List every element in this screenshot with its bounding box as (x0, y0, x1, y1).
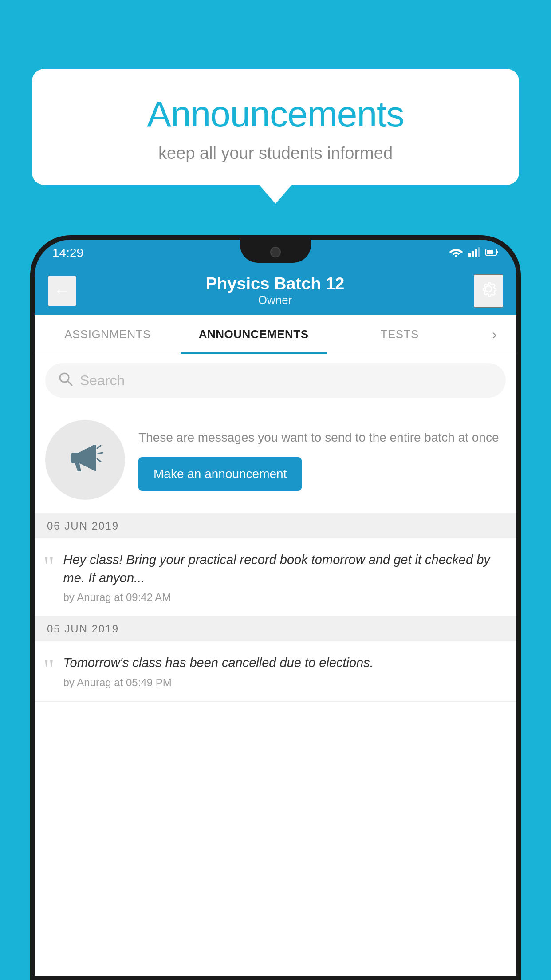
svg-rect-2 (472, 251, 474, 257)
empty-state: These are messages you want to send to t… (35, 407, 516, 514)
speech-bubble-container: Announcements keep all your students inf… (32, 69, 519, 185)
search-bar[interactable]: Search (45, 363, 506, 398)
bubble-subtitle: keep all your students informed (59, 144, 492, 163)
quote-icon-2: " (43, 656, 55, 682)
announcement-item-2[interactable]: " Tomorrow's class has been cancelled du… (35, 641, 516, 702)
app-bar-subtitle: Owner (76, 293, 474, 307)
make-announcement-button[interactable]: Make an announcement (138, 457, 302, 491)
tab-assignments[interactable]: ASSIGNMENTS (35, 315, 181, 354)
tab-bar: ASSIGNMENTS ANNOUNCEMENTS TESTS › (35, 315, 516, 354)
app-bar: ← Physics Batch 12 Owner (35, 266, 516, 315)
app-bar-center: Physics Batch 12 Owner (76, 274, 474, 307)
announcement-meta-2: by Anurag at 05:49 PM (63, 676, 504, 689)
announcement-text-2: Tomorrow's class has been cancelled due … (63, 654, 504, 672)
wifi-icon (449, 247, 463, 259)
svg-rect-1 (468, 253, 471, 257)
front-camera (270, 247, 281, 257)
bubble-title: Announcements (59, 93, 492, 135)
announcement-meta-1: by Anurag at 09:42 AM (63, 591, 504, 604)
tab-more[interactable]: › (472, 315, 516, 354)
date-separator-1: 06 JUN 2019 (35, 514, 516, 538)
signal-icon (468, 247, 480, 259)
svg-rect-7 (487, 250, 493, 254)
svg-rect-3 (475, 249, 477, 257)
search-placeholder: Search (80, 372, 125, 389)
status-icons (449, 247, 499, 259)
announcement-text-1: Hey class! Bring your practical record b… (63, 551, 504, 587)
settings-button[interactable] (474, 274, 503, 308)
megaphone-icon (65, 436, 105, 484)
announcement-item-1[interactable]: " Hey class! Bring your practical record… (35, 538, 516, 616)
phone-notch (240, 240, 311, 263)
search-container: Search (35, 354, 516, 407)
search-icon (58, 371, 73, 390)
battery-icon (485, 248, 499, 258)
content-area: Search These are message (35, 354, 516, 976)
empty-state-text: These are messages you want to send to t… (138, 429, 506, 490)
tab-tests[interactable]: TESTS (327, 315, 472, 354)
status-time: 14:29 (52, 246, 83, 260)
svg-line-9 (67, 381, 72, 385)
svg-line-11 (98, 453, 102, 454)
phone-frame: 14:29 (30, 235, 521, 980)
phone-inner: 14:29 (35, 240, 516, 976)
quote-icon-1: " (43, 553, 55, 579)
announcement-content-2: Tomorrow's class has been cancelled due … (63, 654, 504, 689)
announcement-content-1: Hey class! Bring your practical record b… (63, 551, 504, 604)
app-bar-title: Physics Batch 12 (76, 274, 474, 293)
speech-bubble: Announcements keep all your students inf… (32, 69, 519, 185)
date-separator-2: 05 JUN 2019 (35, 616, 516, 641)
empty-state-description: These are messages you want to send to t… (138, 429, 506, 446)
announcement-icon-circle (45, 420, 125, 500)
tab-announcements[interactable]: ANNOUNCEMENTS (181, 315, 327, 354)
svg-line-12 (97, 459, 101, 462)
svg-point-0 (455, 255, 457, 257)
svg-line-10 (97, 446, 101, 448)
back-button[interactable]: ← (48, 276, 76, 306)
svg-rect-4 (478, 247, 480, 257)
svg-rect-6 (496, 251, 498, 253)
